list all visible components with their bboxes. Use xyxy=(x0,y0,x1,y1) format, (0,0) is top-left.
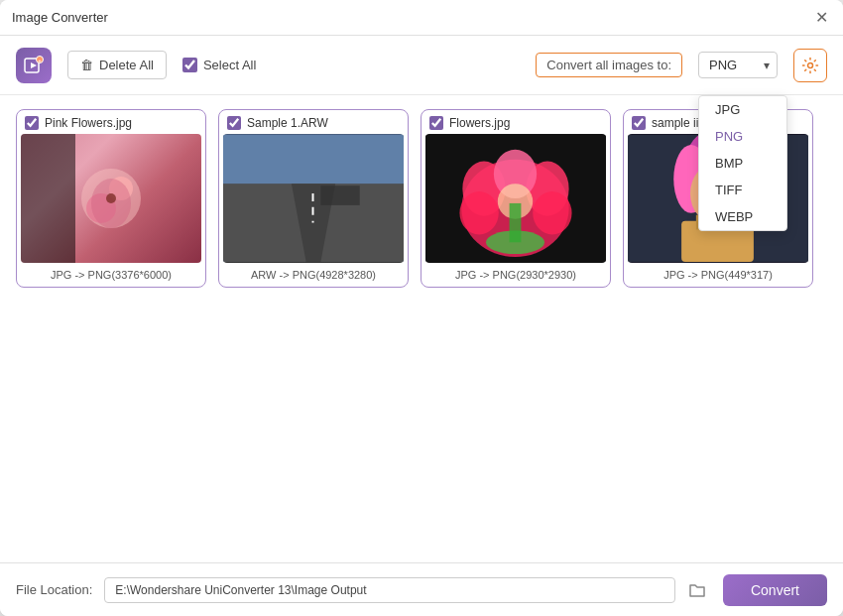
format-select-wrap: JPG PNG BMP TIFF WEBP xyxy=(698,52,778,78)
svg-point-20 xyxy=(459,191,498,234)
dropdown-item-png[interactable]: PNG xyxy=(699,123,786,150)
card-filename-1: Sample 1.ARW xyxy=(247,116,328,130)
image-card-0: Pink Flowers.jpg JPG -> PNG(3376*6000) xyxy=(16,109,206,288)
card-filename-3: sample ii xyxy=(652,116,698,130)
select-all-label[interactable]: Select All xyxy=(182,58,256,72)
card-thumb-1 xyxy=(223,134,404,263)
card-checkbox-2[interactable] xyxy=(429,116,443,130)
card-checkbox-0[interactable] xyxy=(25,116,39,130)
title-bar-left: Image Converter xyxy=(12,10,108,25)
file-location-label: File Location: xyxy=(16,582,92,597)
dropdown-item-jpg[interactable]: JPG xyxy=(699,96,786,123)
close-button[interactable]: ✕ xyxy=(811,8,831,28)
toolbar: + 🗑 Delete All Select All Convert all im… xyxy=(0,36,843,95)
card-header-2: Flowers.jpg xyxy=(425,114,606,134)
status-bar: File Location: Convert xyxy=(0,562,843,616)
app-icon: + xyxy=(16,48,52,83)
settings-button[interactable] xyxy=(793,49,827,82)
dropdown-item-webp[interactable]: WEBP xyxy=(699,203,786,230)
select-all-text: Select All xyxy=(203,58,256,72)
thumb-content-2 xyxy=(425,134,606,263)
delete-all-button[interactable]: 🗑 Delete All xyxy=(67,51,167,79)
svg-rect-24 xyxy=(510,203,522,242)
settings-icon xyxy=(801,57,819,74)
card-thumb-2 xyxy=(425,134,606,263)
card-header-0: Pink Flowers.jpg xyxy=(21,114,201,134)
delete-all-label: Delete All xyxy=(99,58,154,72)
card-filename-0: Pink Flowers.jpg xyxy=(45,116,132,130)
thumb-dark-overlay-0 xyxy=(21,134,75,263)
main-window: Image Converter ✕ + 🗑 Delete All Select … xyxy=(0,0,843,616)
app-icon-svg: + xyxy=(23,55,45,76)
svg-point-8 xyxy=(106,193,116,203)
card-info-0: JPG -> PNG(3376*6000) xyxy=(21,263,201,283)
svg-text:+: + xyxy=(39,57,42,62)
card-header-1: Sample 1.ARW xyxy=(223,114,404,134)
thumb-content-0 xyxy=(61,149,161,248)
format-select[interactable]: JPG PNG BMP TIFF WEBP xyxy=(698,52,778,78)
window-title: Image Converter xyxy=(12,10,108,25)
dropdown-item-tiff[interactable]: TIFF xyxy=(699,177,786,203)
card-checkbox-1[interactable] xyxy=(227,116,241,130)
card-info-1: ARW -> PNG(4928*3280) xyxy=(223,263,404,283)
trash-icon: 🗑 xyxy=(80,58,93,72)
title-bar: Image Converter ✕ xyxy=(0,0,843,36)
folder-button[interactable] xyxy=(683,576,711,604)
svg-rect-14 xyxy=(320,185,359,205)
file-location-input-wrap xyxy=(104,576,711,604)
card-thumb-0 xyxy=(21,134,201,263)
file-location-input[interactable] xyxy=(104,577,675,603)
svg-rect-10 xyxy=(223,135,404,184)
thumb-content-1 xyxy=(223,134,404,263)
format-dropdown: JPG PNG BMP TIFF WEBP xyxy=(698,95,787,231)
card-info-2: JPG -> PNG(2930*2930) xyxy=(425,263,606,283)
select-all-checkbox[interactable] xyxy=(182,58,197,72)
svg-point-21 xyxy=(533,191,571,234)
card-checkbox-3[interactable] xyxy=(632,116,646,130)
card-filename-2: Flowers.jpg xyxy=(449,116,510,130)
dropdown-item-bmp[interactable]: BMP xyxy=(699,150,786,177)
folder-icon xyxy=(688,581,706,599)
svg-point-3 xyxy=(808,62,813,67)
convert-button[interactable]: Convert xyxy=(723,574,827,606)
card-info-3: JPG -> PNG(449*317) xyxy=(628,263,808,283)
image-card-1: Sample 1.ARW ARW -> PNG(4928*3280) xyxy=(218,109,409,288)
convert-all-label: Convert all images to: xyxy=(536,53,682,77)
image-card-2: Flowers.jpg J xyxy=(421,109,611,288)
